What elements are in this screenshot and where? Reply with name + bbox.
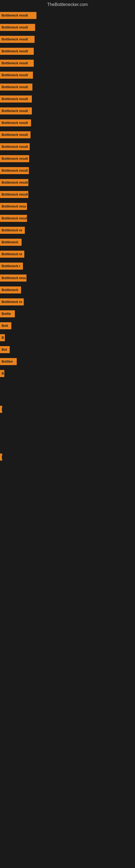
bar-label: Bottleneck result: [2, 193, 28, 196]
bar-row: Bottleneck result: [0, 95, 135, 104]
bar-label: Bottleneck result: [2, 26, 28, 29]
bar-label: |: [2, 407, 2, 411]
bar-row: [0, 430, 135, 438]
bar-row: Bottleneck result: [0, 143, 135, 152]
bottleneck-bar[interactable]: Bottleneck result: [0, 179, 28, 186]
bar-label: Bottleneck: [2, 288, 18, 292]
bottleneck-bar[interactable]: Bott: [0, 322, 11, 329]
bar-label: Bottleneck result: [2, 157, 28, 161]
bar-row: Bottleneck result: [0, 191, 135, 199]
bar-label: Bottleneck result: [2, 109, 28, 113]
bottleneck-bar[interactable]: Bottleneck: [0, 286, 21, 293]
bar-row: Bottleneck re: [0, 251, 135, 259]
bar-label: Bottleneck result: [2, 73, 28, 77]
bottleneck-bar[interactable]: Bottleneck result: [0, 143, 30, 150]
bottleneck-bar[interactable]: Bottleneck result: [0, 60, 34, 67]
bar-row: Bottle: [0, 310, 135, 319]
site-title: TheBottlenecker.com: [0, 0, 135, 9]
bar-row: Bottleneck result: [0, 12, 135, 21]
bar-label: Bottleneck re: [2, 300, 22, 304]
bar-row: Bottleneck re: [0, 227, 135, 236]
bottleneck-bar[interactable]: Bottleneck result: [0, 84, 32, 91]
bar-row: Bottleneck result: [0, 107, 135, 116]
bar-label: Bottlen: [2, 360, 13, 364]
bar-row: Bottleneck r: [0, 262, 135, 271]
bar-row: [0, 418, 135, 426]
bar-row: B: [0, 370, 135, 379]
bottleneck-bar[interactable]: Bottleneck result: [0, 119, 31, 126]
bar-label: Bottleneck: [2, 240, 18, 244]
bar-label: Bottleneck result: [2, 97, 28, 101]
bar-row: Bottleneck result: [0, 131, 135, 140]
bar-row: Bottleneck result: [0, 72, 135, 80]
bar-label: B: [2, 372, 4, 375]
bar-label: Bottleneck result: [2, 133, 28, 137]
bottleneck-bar[interactable]: Bottleneck re: [0, 299, 24, 305]
bar-label: Bott: [2, 324, 8, 328]
bar-row: Bottlen: [0, 358, 135, 367]
bottleneck-bar[interactable]: Bottleneck result: [0, 167, 29, 174]
bar-label: Bottle: [2, 312, 11, 316]
bottleneck-bar[interactable]: Bottleneck result: [0, 72, 33, 79]
bar-row: Bottleneck result: [0, 36, 135, 44]
bar-row: [0, 394, 135, 403]
bottleneck-bar[interactable]: |: [0, 406, 2, 413]
bar-row: Bottleneck result: [0, 84, 135, 92]
bar-label: Bottleneck resu: [2, 276, 26, 280]
bar-row: B: [0, 334, 135, 343]
bar-label: Bot: [2, 348, 7, 351]
bottleneck-bar[interactable]: Bottleneck resu: [0, 203, 27, 210]
bottleneck-bar[interactable]: Bottleneck result: [0, 215, 27, 222]
bar-row: Bottleneck result: [0, 24, 135, 33]
bottleneck-bar[interactable]: Bottleneck result: [0, 107, 32, 115]
bottleneck-bar[interactable]: Bottleneck resu: [0, 275, 27, 282]
bar-label: Bottleneck result: [2, 37, 28, 41]
bar-row: Bottleneck re: [0, 299, 135, 307]
bar-label: |: [2, 455, 2, 459]
bar-row: [0, 382, 135, 391]
bar-label: Bottleneck result: [2, 50, 28, 53]
bar-row: Bot: [0, 346, 135, 355]
bar-row: Bottleneck: [0, 286, 135, 295]
bottleneck-bar[interactable]: Bottlen: [0, 358, 17, 365]
bar-label: Bottleneck result: [2, 85, 28, 89]
bar-row: Bott: [0, 322, 135, 331]
bar-row: Bottleneck result: [0, 179, 135, 188]
bar-row: Bottleneck resu: [0, 203, 135, 212]
bottleneck-bar[interactable]: Bottleneck result: [0, 48, 34, 55]
bar-row: Bottleneck result: [0, 119, 135, 128]
bottleneck-bar[interactable]: B: [0, 370, 4, 377]
bottleneck-bar[interactable]: Bottleneck result: [0, 155, 29, 162]
bar-label: Bottleneck result: [2, 13, 28, 18]
bottleneck-bar[interactable]: Bottleneck result: [0, 12, 37, 19]
bottleneck-bar[interactable]: Bottleneck result: [0, 191, 28, 198]
bar-label: Bottleneck result: [2, 145, 28, 149]
bar-row: Bottleneck result: [0, 215, 135, 223]
bar-label: Bottleneck resu: [2, 205, 26, 208]
bottleneck-bar[interactable]: Bottleneck: [0, 239, 21, 246]
bottleneck-bar[interactable]: Bot: [0, 346, 10, 353]
bar-row: Bottleneck result: [0, 167, 135, 176]
bottleneck-bar[interactable]: Bottleneck re: [0, 227, 25, 234]
bottleneck-bar[interactable]: Bottleneck result: [0, 95, 32, 102]
bar-label: Bottleneck result: [2, 181, 28, 184]
bottleneck-bar[interactable]: Bottleneck result: [0, 131, 31, 138]
bar-label: Bottleneck r: [2, 264, 20, 268]
bars-container: Bottleneck resultBottleneck resultBottle…: [0, 9, 135, 468]
bottleneck-bar[interactable]: B: [0, 334, 5, 341]
bottleneck-bar[interactable]: Bottle: [0, 310, 15, 317]
bar-row: [0, 442, 135, 450]
bottleneck-bar[interactable]: Bottleneck result: [0, 24, 35, 31]
bar-row: Bottleneck resu: [0, 275, 135, 283]
bar-row: |: [0, 406, 135, 414]
bar-label: Bottleneck result: [2, 121, 28, 125]
bar-label: Bottleneck re: [2, 252, 22, 256]
bar-label: B: [2, 336, 4, 340]
bar-row: Bottleneck result: [0, 48, 135, 56]
bar-label: Bottleneck result: [2, 216, 27, 220]
bottleneck-bar[interactable]: |: [0, 454, 2, 461]
bottleneck-bar[interactable]: Bottleneck r: [0, 262, 23, 270]
bottleneck-bar[interactable]: Bottleneck result: [0, 36, 35, 43]
bottleneck-bar[interactable]: Bottleneck re: [0, 251, 24, 258]
bar-label: Bottleneck result: [2, 169, 28, 173]
